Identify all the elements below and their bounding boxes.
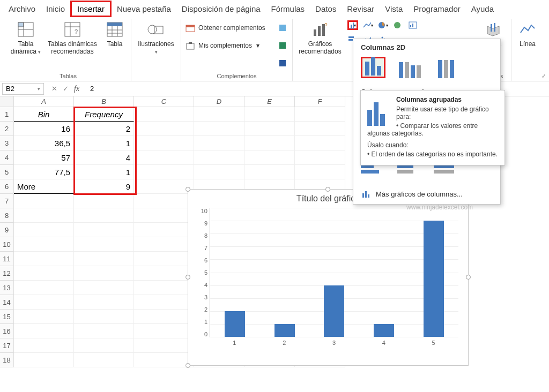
fx-icon[interactable]: fx [74,85,79,93]
rowhead[interactable]: 14 [0,295,14,310]
cell[interactable] [134,237,194,252]
menu-archivo[interactable]: Archivo [3,2,41,16]
chart-plot-area[interactable]: 109876543210 12345 [210,206,458,350]
rowhead[interactable]: 6 [0,179,14,194]
table-button[interactable]: Tabla [103,19,127,48]
cell[interactable] [14,237,74,252]
colhead-C[interactable]: C [134,96,194,107]
chart-bar[interactable] [424,221,444,337]
menu-formulas[interactable]: Fórmulas [266,2,310,16]
recommended-pivot-button[interactable]: ? Tablas dinámicasrecomendadas [46,19,99,56]
my-addins-button[interactable]: Mis complementos ▾ [186,38,288,52]
100-stacked-column-thumb[interactable] [434,57,458,78]
cell[interactable] [134,122,194,136]
cell[interactable] [14,310,74,324]
cell[interactable] [74,324,134,338]
menu-nueva-pestana[interactable]: Nueva pestaña [112,2,176,16]
menu-programador[interactable]: Programador [408,2,466,16]
pivot-table-button[interactable]: Tabladinámica ▾ [10,19,42,56]
line-chart-dropdown[interactable]: ▾ [362,20,373,30]
cell[interactable] [74,281,134,295]
resize-handle[interactable] [186,275,190,280]
chart-bar[interactable] [274,324,295,337]
cell[interactable] [194,107,244,122]
cell[interactable]: 16 [14,122,74,136]
cell[interactable] [134,266,194,281]
cell[interactable] [194,165,244,179]
cell[interactable] [295,122,345,136]
cell[interactable] [14,295,74,310]
cell[interactable] [194,122,244,136]
cell[interactable] [14,194,74,208]
cell[interactable] [14,338,74,353]
recommended-charts-button[interactable]: ? Gráficosrecomendados [297,19,343,56]
illustrations-button[interactable]: Ilustraciones▾ [136,19,176,56]
cell[interactable] [244,165,295,179]
cell[interactable] [14,266,74,281]
cell[interactable] [134,194,194,208]
rowhead[interactable]: 18 [0,353,14,367]
cell[interactable] [244,136,295,150]
rowhead[interactable]: 9 [0,223,14,237]
cell[interactable] [134,165,194,179]
cell[interactable]: 9 [74,179,134,194]
chart-bar[interactable] [324,285,344,337]
colhead-D[interactable]: D [194,96,244,107]
cell[interactable] [134,338,194,353]
colhead-B[interactable]: B [74,96,134,107]
cell[interactable] [74,266,134,281]
visio-icon[interactable] [277,58,288,68]
cell[interactable] [74,310,134,324]
cell[interactable] [74,295,134,310]
cell[interactable]: Bin [14,107,74,122]
menu-insertar[interactable]: Insertar [70,1,112,17]
cell[interactable] [74,252,134,266]
rowhead[interactable]: 5 [0,165,14,179]
cell[interactable] [134,252,194,266]
cell[interactable] [74,223,134,237]
cell[interactable] [134,208,194,223]
cell[interactable] [134,295,194,310]
cell[interactable]: 2 [74,122,134,136]
cell[interactable] [134,107,194,122]
menu-datos[interactable]: Datos [310,2,342,16]
cell[interactable] [244,150,295,165]
rowhead[interactable]: 17 [0,338,14,353]
cell[interactable] [134,179,194,194]
cell[interactable] [74,353,134,367]
resize-handle[interactable] [186,363,190,368]
rowhead[interactable]: 12 [0,266,14,281]
name-box[interactable]: B2 ▾ [2,83,44,95]
cell[interactable] [134,150,194,165]
cell[interactable] [14,252,74,266]
people-graph-icon[interactable] [277,41,288,50]
menu-inicio[interactable]: Inicio [41,2,70,16]
cell[interactable]: More [14,179,74,194]
menu-revisar[interactable]: Revisar [342,2,380,16]
embedded-chart[interactable]: Título del gráfico 109876543210 12345 [188,189,469,366]
rowhead[interactable]: 4 [0,150,14,165]
rowhead[interactable]: 11 [0,252,14,266]
cell[interactable] [74,338,134,353]
chart-bar[interactable] [225,311,245,337]
cell[interactable] [295,150,345,165]
rowhead[interactable]: 15 [0,310,14,324]
pivotchart-dropdown[interactable] [407,20,418,30]
cell[interactable] [134,281,194,295]
rowhead[interactable]: 2 [0,122,14,136]
cancel-icon[interactable]: ✕ [51,85,57,93]
rowhead[interactable]: 8 [0,208,14,223]
charts-dialog-launcher[interactable]: ⤢ [541,73,546,79]
resize-handle[interactable] [466,275,471,280]
menu-vista[interactable]: Vista [380,2,408,16]
rowhead[interactable]: 16 [0,324,14,338]
cell[interactable] [295,165,345,179]
cell[interactable] [14,208,74,223]
cell[interactable] [134,310,194,324]
stacked-column-thumb[interactable] [397,57,422,78]
cell[interactable] [14,324,74,338]
pie-chart-dropdown[interactable]: ▾ [377,20,388,30]
cell[interactable]: 1 [74,165,134,179]
colhead-F[interactable]: F [295,96,345,107]
cell[interactable]: 1 [74,136,134,150]
